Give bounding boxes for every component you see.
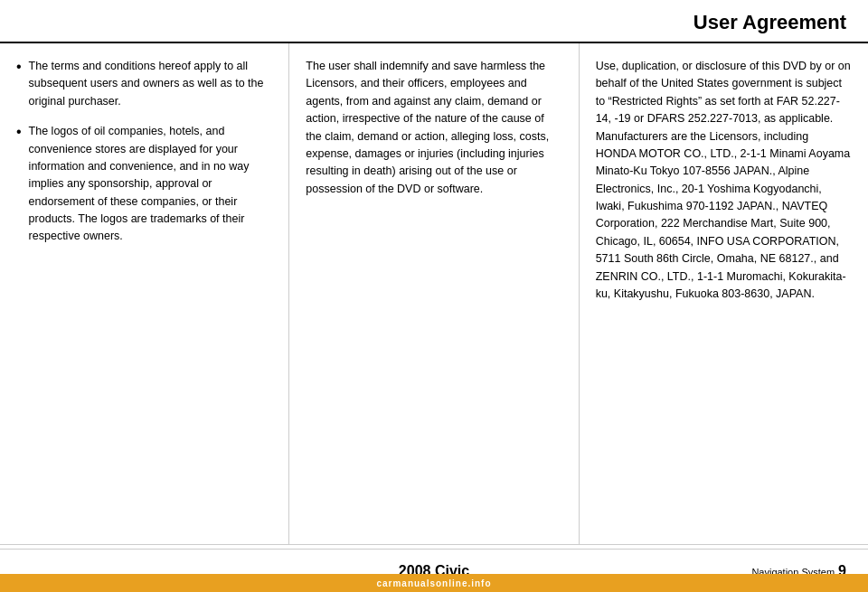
bullet-icon: • [16, 56, 22, 79]
column-3: Use, duplication, or disclosure of this … [580, 43, 868, 544]
bullet-text-2: The logos of oil companies, hotels, and … [29, 123, 273, 246]
page: User Agreement • The terms and condition… [0, 0, 868, 592]
col2-text: The user shall indemnify and save harmle… [306, 58, 561, 198]
brand-label: carmanualsonline.info [376, 578, 491, 588]
column-1: • The terms and conditions hereof apply … [0, 43, 289, 544]
bullet-text-1: The terms and conditions hereof apply to… [29, 58, 273, 110]
list-item: • The logos of oil companies, hotels, an… [16, 123, 272, 246]
bullet-icon: • [16, 121, 22, 144]
col3-text: Use, duplication, or disclosure of this … [596, 58, 852, 303]
page-title: User Agreement [693, 11, 846, 34]
content-area: • The terms and conditions hereof apply … [0, 43, 868, 545]
brand-bar: carmanualsonline.info [0, 574, 868, 592]
bullet-list: • The terms and conditions hereof apply … [16, 58, 272, 246]
column-2: The user shall indemnify and save harmle… [289, 43, 579, 544]
list-item: • The terms and conditions hereof apply … [16, 58, 272, 110]
page-header: User Agreement [0, 0, 868, 43]
